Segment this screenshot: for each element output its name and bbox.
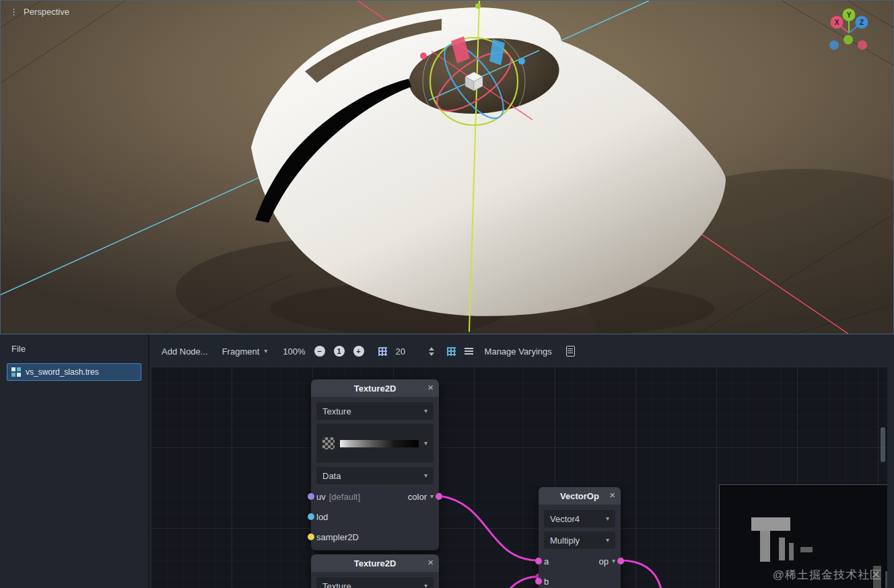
graph-node-texture2d-2[interactable]: Texture2D × Texture ▾ [311,554,439,588]
chevron-down-icon: ▾ [264,348,267,355]
op-output-port[interactable] [617,558,624,564]
vector-type-dropdown[interactable]: Vector4 ▾ [544,510,615,527]
node-header[interactable]: VectorOp × [539,487,621,505]
shader-stage-dropdown[interactable]: Fragment ▾ [219,345,271,358]
perspective-label: Perspective [24,7,69,17]
x-axis-label: X [835,19,839,26]
file-name: vs_sword_slash.tres [26,367,99,377]
file-item-selected[interactable]: vs_sword_slash.tres [7,363,141,381]
graph-canvas[interactable]: Texture2D × Texture ▾ ▾ Data ▾ [151,367,887,588]
gizmo-z-handle[interactable] [518,58,525,65]
watermark: @稀土掘金技术社区 [773,567,882,583]
close-node-icon[interactable]: × [427,556,434,568]
preview-shape [800,547,813,552]
wire-texture-a-to-vectorop-a [439,496,539,560]
gizmo-x-handle[interactable] [420,52,427,59]
lod-port-label: lod [316,512,328,522]
perspective-menu-button[interactable]: ⋮ Perspective [9,7,69,17]
neg-y-axis-dot[interactable] [844,35,853,44]
close-node-icon[interactable]: × [427,381,434,393]
op-port-label: op [599,556,609,566]
texture-preview[interactable]: ▾ [316,424,434,463]
port-row-lod: lod [316,509,434,524]
chevron-down-icon: ▾ [424,440,427,447]
preview-shape [779,538,785,560]
sampler2d-port-label: sampler2D [316,532,359,542]
file-panel-title: File [0,342,148,362]
menu-dots-icon: ⋮ [9,7,18,17]
node-title: Texture2D [354,383,397,394]
a-input-port[interactable] [535,558,542,564]
chevron-down-icon: ▾ [612,558,615,564]
zoom-level-label: 100% [283,346,305,357]
operation-dropdown[interactable]: Multiply ▾ [544,531,615,549]
neg-z-axis-dot[interactable] [829,40,839,50]
node-title: Texture2D [354,558,397,568]
gizmo-y-handle[interactable] [475,3,481,9]
uv-input-port[interactable] [308,493,314,500]
graph-vertical-scrollbar[interactable] [881,427,885,462]
y-axis-label: Y [847,11,852,19]
visual-shader-editor: Add Node... Fragment ▾ 100% − 1 + 20 Man… [149,334,894,588]
chevron-down-icon: ▾ [430,493,434,500]
chevron-down-icon: ▾ [606,537,609,544]
b-input-port[interactable] [535,578,542,585]
3d-scene [1,1,893,334]
snap-distance-spinner[interactable] [429,347,434,356]
preview-shape [885,571,887,588]
neg-x-axis-dot[interactable] [858,40,867,50]
uv-default-hint: [default] [329,492,360,502]
a-port-label: a [544,556,549,566]
node-header[interactable]: Texture2D × [311,554,439,572]
chevron-down-icon: ▾ [606,515,609,522]
grid-toggle-icon[interactable] [447,347,456,356]
texture-gradient-strip [340,440,419,447]
chevron-down-icon: ▾ [424,583,427,588]
shader-file-icon[interactable] [566,346,575,357]
file-panel: File vs_sword_slash.tres [0,334,149,588]
snap-distance-value[interactable]: 20 [396,346,411,357]
color-port-label: color [408,492,427,502]
lod-input-port[interactable] [308,513,314,520]
resource-file-icon [11,367,21,377]
texture-source-dropdown[interactable]: Texture ▾ [316,577,434,588]
shader-toolbar: Add Node... Fragment ▾ 100% − 1 + 20 Man… [151,340,887,362]
port-row-b: b [544,574,615,588]
texture-thumbnail [322,437,335,449]
chevron-down-icon: ▾ [424,472,427,479]
zoom-in-icon[interactable]: + [353,346,364,357]
preview-shape [751,517,790,531]
graph-node-vectorop[interactable]: VectorOp × Vector4 ▾ Multiply ▾ a [539,487,621,588]
snap-toggle-icon[interactable] [378,347,387,356]
wire-vectorop-output [621,560,661,588]
wire-style-icon[interactable] [465,348,473,355]
uv-port-label: uv [316,492,326,502]
preview-shape [789,543,794,560]
close-node-icon[interactable]: × [609,489,615,501]
shader-editor-panel: File vs_sword_slash.tres Add Node... Fra… [0,334,894,588]
b-port-label: b [544,577,549,587]
wire-texture-b-to-vectorop-b [439,577,539,588]
axis-orientation-gizmo[interactable]: X Y Z [819,6,881,54]
manage-varyings-button[interactable]: Manage Varyings [482,345,555,358]
z-axis-label: Z [860,19,864,26]
sampler2d-input-port[interactable] [308,534,314,540]
texture-source-dropdown[interactable]: Texture ▾ [316,402,434,420]
data-type-dropdown[interactable]: Data ▾ [316,467,434,484]
chevron-down-icon: ▾ [424,408,427,414]
port-row-uv-color: uv [default] color ▾ [316,489,434,504]
color-output-port[interactable] [436,493,442,500]
node-title: VectorOp [560,491,599,501]
add-node-button[interactable]: Add Node... [159,345,211,358]
3d-viewport[interactable]: ⋮ Perspective X Y Z [0,0,894,334]
node-header[interactable]: Texture2D × [311,379,439,397]
graph-node-texture2d-1[interactable]: Texture2D × Texture ▾ ▾ Data ▾ [311,379,439,550]
port-row-a-op: a op ▾ [544,554,615,568]
port-row-sampler: sampler2D [316,529,434,544]
zoom-out-icon[interactable]: − [314,346,325,357]
preview-shape [760,531,770,562]
zoom-reset-icon[interactable]: 1 [334,346,345,357]
